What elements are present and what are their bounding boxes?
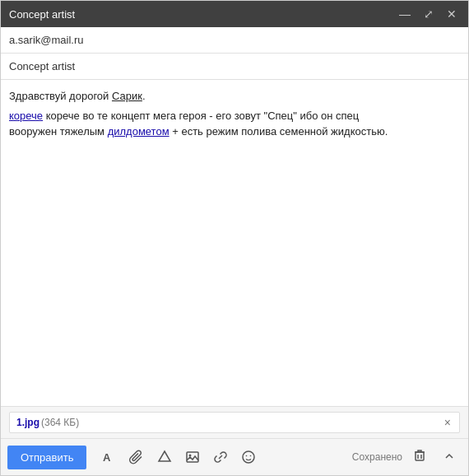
more-options-button[interactable] [437,445,462,470]
image-icon [185,450,200,464]
saved-status: Сохранено [352,451,402,463]
subject-text: Concept artist [9,60,75,72]
attachment-name: 1.jpg [16,417,39,428]
compose-window: Concept artist — ⤢ ✕ a.sarik@mail.ru Con… [0,0,469,476]
svg-rect-2 [187,452,198,462]
attachment-size: (364 КБ) [41,417,79,428]
attach-file-button[interactable] [124,446,149,469]
to-address: a.sarik@mail.ru [9,34,84,46]
body-line1: корече корече во те концепт мега героя -… [9,108,460,124]
email-body[interactable]: Здравствуй дорогой Сарик. корече корече … [1,80,468,406]
google-drive-button[interactable] [152,446,177,469]
attachment-item: 1.jpg (364 КБ) × [9,412,460,433]
body-line2-start: вооружен тяжелым [9,125,108,138]
body-line2-end: + есть режим полива семенной жидкостью. [169,125,388,138]
format-text-button[interactable]: A [96,446,121,469]
maximize-button[interactable]: ⤢ [420,7,437,21]
toolbar-right: Сохранено [352,444,462,470]
window-title: Concept artist [9,8,396,21]
insert-emoji-button[interactable] [236,446,261,469]
titlebar: Concept artist — ⤢ ✕ [1,1,468,27]
svg-point-5 [246,455,248,457]
greeting-punctuation: . [142,90,146,102]
greeting-name: Сарик [112,90,142,102]
svg-point-6 [250,455,252,457]
subject-field[interactable]: Concept artist [1,54,468,80]
format-text-icon: A [101,450,116,464]
greeting-line: Здравствуй дорогой Сарик. [9,88,460,105]
dildometer-link[interactable]: дилдометом [108,125,169,138]
koroche-link[interactable]: корече [9,110,43,122]
svg-marker-1 [159,451,170,461]
compose-toolbar: Отправить A [1,439,468,475]
paperclip-icon [129,450,144,464]
trash-icon [412,448,427,463]
delete-draft-button[interactable] [407,444,432,470]
window-controls: — ⤢ ✕ [396,7,460,21]
drive-icon [157,450,172,464]
attachment-close-button[interactable]: × [443,416,453,429]
greeting-text: Здравствуй дорогой [9,90,112,102]
attachment-bar: 1.jpg (364 КБ) × [1,406,468,439]
to-field[interactable]: a.sarik@mail.ru [1,27,468,54]
body-line2: вооружен тяжелым дилдометом + есть режим… [9,124,460,140]
svg-text:A: A [103,451,111,464]
insert-link-button[interactable] [208,446,233,469]
chevron-up-icon [442,449,457,464]
emoji-icon [241,450,256,464]
send-button[interactable]: Отправить [7,446,86,469]
svg-point-4 [243,451,254,463]
svg-rect-7 [416,452,424,460]
insert-image-button[interactable] [180,446,205,469]
close-button[interactable]: ✕ [443,7,460,21]
link-icon [213,450,228,464]
minimize-button[interactable]: — [396,7,414,21]
